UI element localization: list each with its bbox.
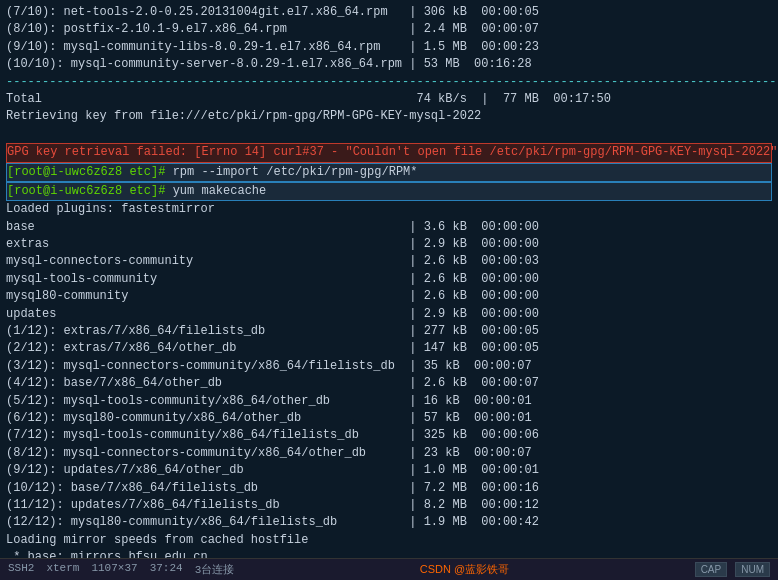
data-line: (9/12): updates/7/x86_64/other_db | 1.0 … (6, 462, 772, 479)
conn-label: 3台连接 (195, 562, 235, 577)
data-line: (1/12): extras/7/x86_64/filelists_db | 2… (6, 323, 772, 340)
plain-line: Loaded plugins: fastestmirror (6, 201, 772, 218)
total-line: Total 74 kB/s | 77 MB 00:17:50 (6, 91, 772, 108)
statusbar-left: SSH2 xterm 1107×37 37:24 3台连接 (8, 562, 234, 577)
data-line: (4/12): base/7/x86_64/other_db | 2.6 kB … (6, 375, 772, 392)
data-line: (10/12): base/7/x86_64/filelists_db | 7.… (6, 480, 772, 497)
cmd-line: [root@i-uwc6z6z8 etc]# rpm --import /etc… (6, 163, 772, 182)
data-line: (12/12): mysql80-community/x86_64/fileli… (6, 514, 772, 531)
statusbar-right: CAP NUM (695, 562, 770, 577)
data-line: (5/12): mysql-tools-community/x86_64/oth… (6, 393, 772, 410)
ssh-label: SSH2 (8, 562, 34, 577)
term-label: xterm (46, 562, 79, 577)
csdn-badge: CSDN @蓝影铁哥 (420, 562, 509, 577)
data-line: (7/10): net-tools-2.0-0.25.20131004git.e… (6, 4, 772, 21)
time-label: 37:24 (150, 562, 183, 577)
data-line: (2/12): extras/7/x86_64/other_db | 147 k… (6, 340, 772, 357)
statusbar: SSH2 xterm 1107×37 37:24 3台连接 CSDN @蓝影铁哥… (0, 558, 778, 580)
repo-line: extras | 2.9 kB 00:00:00 (6, 236, 772, 253)
mirror-line: * base: mirrors.bfsu.edu.cn (6, 549, 772, 558)
data-line: (8/10): postfix-2.10.1-9.el7.x86_64.rpm … (6, 21, 772, 38)
terminal: (7/10): net-tools-2.0-0.25.20131004git.e… (0, 0, 778, 558)
plain-line: Retrieving key from file:///etc/pki/rpm-… (6, 108, 772, 125)
repo-line: mysql-tools-community | 2.6 kB 00:00:00 (6, 271, 772, 288)
repo-line: base | 3.6 kB 00:00:00 (6, 219, 772, 236)
data-line: (6/12): mysql80-community/x86_64/other_d… (6, 410, 772, 427)
data-line: (9/10): mysql-community-libs-8.0.29-1.el… (6, 39, 772, 56)
error-line: GPG key retrieval failed: [Errno 14] cur… (6, 143, 772, 162)
data-line: (7/12): mysql-tools-community/x86_64/fil… (6, 427, 772, 444)
num-btn: NUM (735, 562, 770, 577)
repo-line: updates | 2.9 kB 00:00:00 (6, 306, 772, 323)
repo-line: mysql-connectors-community | 2.6 kB 00:0… (6, 253, 772, 270)
blank-line (6, 126, 772, 143)
repo-line: mysql80-community | 2.6 kB 00:00:00 (6, 288, 772, 305)
separator-line: ----------------------------------------… (6, 74, 772, 91)
size-label: 1107×37 (91, 562, 137, 577)
data-line: (10/10): mysql-community-server-8.0.29-1… (6, 56, 772, 73)
plain-line: Loading mirror speeds from cached hostfi… (6, 532, 772, 549)
cap-btn: CAP (695, 562, 728, 577)
cmd2-line: [root@i-uwc6z6z8 etc]# yum makecache (6, 182, 772, 201)
data-line: (8/12): mysql-connectors-community/x86_6… (6, 445, 772, 462)
data-line: (11/12): updates/7/x86_64/filelists_db |… (6, 497, 772, 514)
data-line: (3/12): mysql-connectors-community/x86_6… (6, 358, 772, 375)
